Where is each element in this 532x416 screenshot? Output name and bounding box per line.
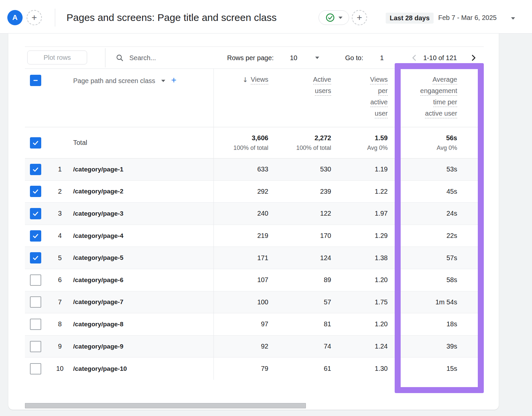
table-row: 2/category/page-22922391.2245s <box>25 181 478 203</box>
row-page-path: /category/page-7 <box>70 291 213 313</box>
row-views-per-active-user: 1.38 <box>331 247 388 269</box>
select-all-checkbox-indeterminate[interactable] <box>30 75 41 86</box>
add-widget-button[interactable]: + <box>352 10 367 25</box>
plot-rows-button[interactable]: Plot rows <box>27 51 87 64</box>
table-toolbar: Plot rows Search... Rows per page: 10 Go… <box>25 47 484 69</box>
row-page-path: /category/page-10 <box>70 358 213 380</box>
search-input[interactable]: Search... <box>129 54 156 61</box>
horizontal-scrollbar <box>25 403 478 409</box>
rows-per-page-caret-icon[interactable] <box>315 56 319 59</box>
row-views: 100 <box>213 291 268 313</box>
row-page-path: /category/page-1 <box>70 158 213 180</box>
row-active-users: 530 <box>268 158 331 180</box>
row-views-per-active-user: 1.22 <box>331 181 388 203</box>
row-checkbox[interactable] <box>30 341 41 352</box>
row-index: 8 <box>50 313 70 335</box>
go-to-label: Go to: <box>345 54 363 61</box>
row-active-users: 81 <box>268 313 331 335</box>
row-active-users: 170 <box>268 225 331 247</box>
row-views-per-active-user: 1.20 <box>331 313 388 335</box>
row-index: 7 <box>50 291 70 313</box>
table-header-row: Page path and screen class + ↓ViewsActiv… <box>25 69 478 127</box>
total-row-checkbox[interactable] <box>30 137 41 149</box>
row-page-path: /category/page-4 <box>70 225 213 247</box>
add-comparison-button[interactable]: + <box>27 10 42 25</box>
rows-per-page-select[interactable]: 10 <box>290 54 297 61</box>
date-range-caret-icon[interactable] <box>511 17 515 20</box>
scrollbar-thumb[interactable] <box>25 403 306 408</box>
rows-per-page-label: Rows per page: <box>227 54 274 61</box>
dimension-header-label: Page path and screen class <box>73 77 155 85</box>
plus-icon: + <box>32 12 37 23</box>
row-views: 240 <box>213 203 268 225</box>
row-active-users: 122 <box>268 203 331 225</box>
date-range-dates[interactable]: Feb 7 - Mar 6, 2025 <box>438 14 497 22</box>
table-row: 4/category/page-42191701.2922s <box>25 225 478 247</box>
row-page-path: /category/page-2 <box>70 181 213 203</box>
row-index: 10 <box>50 358 70 380</box>
header-divider <box>55 9 55 27</box>
dimension-header[interactable]: Page path and screen class + <box>50 69 213 127</box>
row-index: 3 <box>50 203 70 225</box>
row-page-path: /category/page-5 <box>70 247 213 269</box>
report-status-badge[interactable] <box>319 10 349 25</box>
row-avg-engagement-time: 58s <box>388 269 478 291</box>
previous-page-button[interactable] <box>410 53 419 62</box>
total-avg-engagement-time: 56s Avg 0% <box>388 127 478 158</box>
total-active-users: 2,272 100% of total <box>268 127 331 158</box>
next-page-button[interactable] <box>469 53 478 62</box>
dimension-caret-icon[interactable] <box>161 80 165 82</box>
row-checkbox[interactable] <box>30 186 41 197</box>
row-index: 1 <box>50 158 70 180</box>
row-avg-engagement-time: 15s <box>388 358 478 380</box>
table-row: 6/category/page-6107891.2058s <box>25 269 478 291</box>
row-views: 292 <box>213 181 268 203</box>
row-active-users: 57 <box>268 291 331 313</box>
row-avg-engagement-time: 22s <box>388 225 478 247</box>
go-to-input[interactable]: 1 <box>380 54 384 61</box>
report-card: Plot rows Search... Rows per page: 10 Go… <box>8 33 499 410</box>
add-dimension-icon[interactable]: + <box>171 77 177 83</box>
row-avg-engagement-time: 18s <box>388 313 478 335</box>
top-header-bar: A + Pages and screens: Page title and sc… <box>0 0 532 34</box>
chevron-down-icon <box>338 17 342 19</box>
row-avg-engagement-time: 1m 54s <box>388 291 478 313</box>
column-header-avg-engagement-time-per-active-user[interactable]: Averageengagementtime peractive user <box>388 69 478 127</box>
row-checkbox[interactable] <box>30 363 41 374</box>
table-row: 5/category/page-51711241.3857s <box>25 247 478 269</box>
column-header-views[interactable]: ↓Views <box>213 69 268 127</box>
row-avg-engagement-time: 45s <box>388 181 478 203</box>
row-checkbox[interactable] <box>30 230 41 242</box>
row-checkbox[interactable] <box>30 252 41 263</box>
row-checkbox[interactable] <box>30 274 41 286</box>
row-checkbox[interactable] <box>30 164 41 175</box>
avatar[interactable]: A <box>7 10 23 25</box>
row-views-per-active-user: 1.24 <box>331 336 388 358</box>
table-row: 3/category/page-32401221.9724s <box>25 203 478 225</box>
row-page-path: /category/page-3 <box>70 203 213 225</box>
pagination-label: 1-10 of 121 <box>423 54 457 61</box>
row-checkbox[interactable] <box>30 296 41 308</box>
row-views-per-active-user: 1.29 <box>331 225 388 247</box>
column-header-views-per-active-user[interactable]: Viewsperactiveuser <box>331 69 388 127</box>
row-views-per-active-user: 1.20 <box>331 269 388 291</box>
date-range-chip[interactable]: Last 28 days <box>386 13 434 24</box>
row-index: 4 <box>50 225 70 247</box>
row-checkbox[interactable] <box>30 208 41 219</box>
row-avg-engagement-time: 57s <box>388 247 478 269</box>
row-checkbox[interactable] <box>30 319 41 330</box>
page-title: Pages and screens: Page title and screen… <box>66 12 277 23</box>
table-row: 8/category/page-897811.2018s <box>25 313 478 336</box>
table-row: 10/category/page-1079611.3015s <box>25 358 478 380</box>
row-active-users: 124 <box>268 247 331 269</box>
row-page-path: /category/page-6 <box>70 269 213 291</box>
sort-descending-icon: ↓ <box>242 76 248 84</box>
row-views: 107 <box>213 269 268 291</box>
column-header-active-users[interactable]: Activeusers <box>268 69 331 127</box>
row-index: 2 <box>50 181 70 203</box>
row-page-path: /category/page-9 <box>70 336 213 358</box>
row-views-per-active-user: 1.97 <box>331 203 388 225</box>
row-views-per-active-user: 1.75 <box>331 291 388 313</box>
row-views: 97 <box>213 313 268 335</box>
column-divider <box>213 69 214 380</box>
